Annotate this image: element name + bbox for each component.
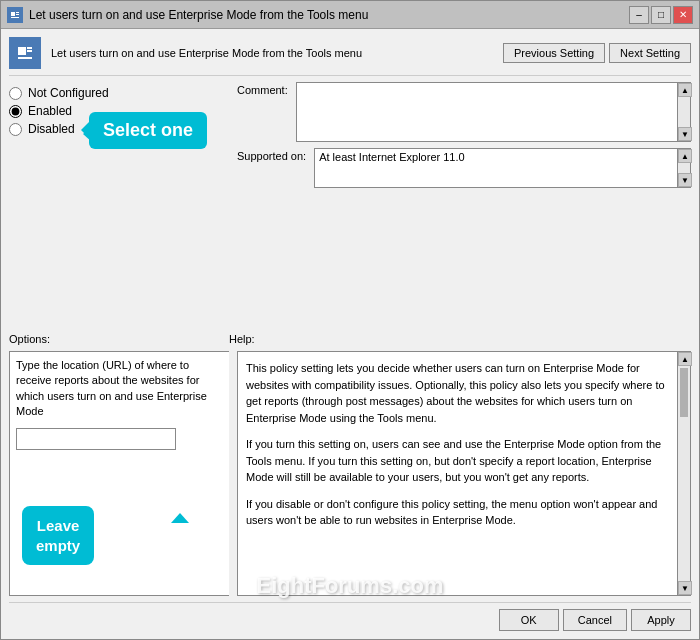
header-buttons: Previous Setting Next Setting xyxy=(503,43,691,63)
help-paragraph-1: This policy setting lets you decide whet… xyxy=(246,360,669,426)
options-url-input[interactable] xyxy=(16,428,176,450)
prev-setting-button[interactable]: Previous Setting xyxy=(503,43,605,63)
maximize-button[interactable]: □ xyxy=(651,6,671,24)
radio-group: Not Configured Enabled Disabled xyxy=(9,82,229,140)
window-controls: – □ ✕ xyxy=(629,6,693,24)
section-labels: Options: Help: xyxy=(9,333,691,345)
svg-rect-6 xyxy=(18,47,26,55)
options-text: Type the location (URL) of where to rece… xyxy=(16,358,223,420)
help-scroll-up[interactable]: ▲ xyxy=(678,352,692,366)
help-scroll-down[interactable]: ▼ xyxy=(678,581,692,595)
svg-rect-1 xyxy=(11,12,15,16)
close-button[interactable]: ✕ xyxy=(673,6,693,24)
supported-scrollbar[interactable]: ▲ ▼ xyxy=(677,148,691,188)
radio-label-not-configured: Not Configured xyxy=(28,86,109,100)
title-bar: Let users turn on and use Enterprise Mod… xyxy=(1,1,699,29)
supported-scroll-down[interactable]: ▼ xyxy=(678,173,692,187)
leave-empty-callout-arrow xyxy=(171,513,189,523)
main-area: Not Configured Enabled Disabled Select o… xyxy=(9,82,691,327)
radio-input-enabled[interactable] xyxy=(9,105,22,118)
cancel-button[interactable]: Cancel xyxy=(563,609,627,631)
help-panel-wrapper: This policy setting lets you decide whet… xyxy=(237,351,691,596)
header-row: Let users turn on and use Enterprise Mod… xyxy=(9,37,691,76)
comment-scrollbar[interactable]: ▲ ▼ xyxy=(677,82,691,142)
radio-label-enabled: Enabled xyxy=(28,104,72,118)
right-panel: Comment: ▲ ▼ Supported on: At least xyxy=(237,82,691,327)
footer: OK Cancel Apply xyxy=(9,602,691,631)
comment-label: Comment: xyxy=(237,82,288,96)
window-icon xyxy=(7,7,23,23)
comment-textarea[interactable] xyxy=(296,82,677,142)
supported-scroll-up[interactable]: ▲ xyxy=(678,149,692,163)
header-title: Let users turn on and use Enterprise Mod… xyxy=(51,47,493,59)
svg-rect-3 xyxy=(16,14,19,15)
options-panel: Type the location (URL) of where to rece… xyxy=(9,351,229,596)
leave-empty-callout: Leaveempty xyxy=(22,506,94,565)
comment-scroll-down[interactable]: ▼ xyxy=(678,127,692,141)
help-scroll-thumb[interactable] xyxy=(680,368,688,417)
help-text: This policy setting lets you decide whet… xyxy=(237,351,677,596)
select-one-callout-arrow xyxy=(83,125,93,143)
left-panel: Not Configured Enabled Disabled Select o… xyxy=(9,82,229,327)
radio-not-configured[interactable]: Not Configured xyxy=(9,86,229,100)
svg-rect-9 xyxy=(18,57,32,59)
options-section-label: Options: xyxy=(9,333,229,345)
radio-input-disabled[interactable] xyxy=(9,123,22,136)
minimize-button[interactable]: – xyxy=(629,6,649,24)
supported-label: Supported on: xyxy=(237,148,306,162)
radio-input-not-configured[interactable] xyxy=(9,87,22,100)
main-window: Let users turn on and use Enterprise Mod… xyxy=(0,0,700,640)
svg-rect-2 xyxy=(16,12,19,13)
svg-rect-4 xyxy=(11,17,19,18)
apply-button[interactable]: Apply xyxy=(631,609,691,631)
radio-label-disabled: Disabled xyxy=(28,122,75,136)
comment-scroll-up[interactable]: ▲ xyxy=(678,83,692,97)
svg-rect-8 xyxy=(27,50,32,52)
ok-button[interactable]: OK xyxy=(499,609,559,631)
radio-enabled[interactable]: Enabled xyxy=(9,104,229,118)
help-section-label: Help: xyxy=(229,333,691,345)
radio-disabled[interactable]: Disabled xyxy=(9,122,229,136)
next-setting-button[interactable]: Next Setting xyxy=(609,43,691,63)
supported-value: At least Internet Explorer 11.0 xyxy=(314,148,677,188)
policy-icon xyxy=(9,37,41,69)
window-title: Let users turn on and use Enterprise Mod… xyxy=(29,8,368,22)
help-paragraph-3: If you disable or don't configure this p… xyxy=(246,496,669,529)
help-paragraph-2: If you turn this setting on, users can s… xyxy=(246,436,669,486)
help-scrollbar[interactable]: ▲ ▼ xyxy=(677,351,691,596)
bottom-panels: Type the location (URL) of where to rece… xyxy=(9,351,691,596)
svg-rect-7 xyxy=(27,47,32,49)
